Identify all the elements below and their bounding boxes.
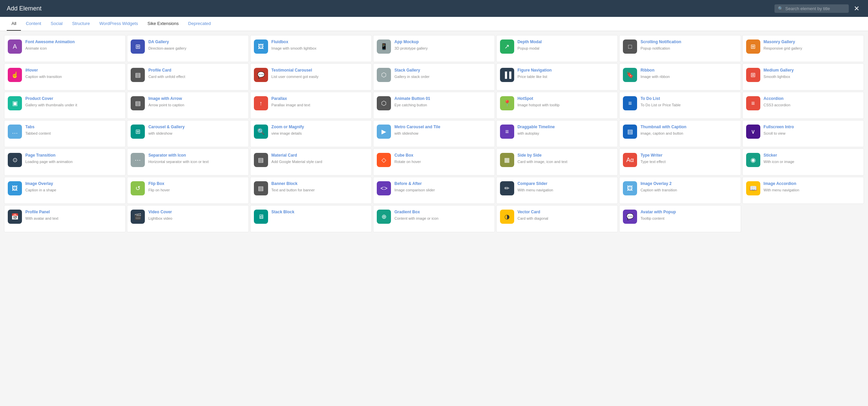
element-name: Image with Arrow xyxy=(148,96,245,102)
element-card[interactable]: 💬Avatar with PopupTooltip content xyxy=(619,205,741,232)
element-info: Scrolling NotificationPopup notification xyxy=(640,39,737,51)
element-card[interactable]: ↗Depth ModalPopup modal xyxy=(496,35,618,62)
element-card[interactable]: ⊙Page TransitionLoading page with animat… xyxy=(4,148,126,175)
element-info: Depth ModalPopup modal xyxy=(518,39,614,51)
element-card[interactable]: ▤Banner BlockText and button for banner xyxy=(250,177,372,204)
element-card[interactable]: ⊞DA GalleryDirection-aware gallery xyxy=(127,35,248,62)
element-name: Metro Carousel and Tile xyxy=(394,125,491,130)
element-desc: Tabbed content xyxy=(25,131,122,136)
tab-deprecated[interactable]: Deprecated xyxy=(183,17,215,31)
element-card[interactable]: ∨Fullscreen IntroScroll to view xyxy=(742,120,864,147)
element-card[interactable]: ⬡Animate Button 01Eye catching button xyxy=(373,92,495,119)
element-card[interactable]: ≡AccordionCSS3 accordion xyxy=(742,92,864,119)
element-desc: Type text effect xyxy=(640,159,737,164)
element-card[interactable]: ⊞Masonry GalleryResponsive grid gallery xyxy=(742,35,864,62)
element-card[interactable]: ☝iHoverCaption with transition xyxy=(4,63,126,90)
element-card[interactable]: 🔖RibbonImage with ribbon xyxy=(619,63,741,90)
element-card[interactable]: 📅Profile PanelWith avatar and text xyxy=(4,205,126,232)
close-button[interactable]: ✕ xyxy=(852,4,861,12)
tab-structure[interactable]: Structure xyxy=(67,17,95,31)
element-card[interactable]: ↺Flip BoxFlip on hover xyxy=(127,177,248,204)
element-card[interactable]: 📱App Mockup3D prototype gallery xyxy=(373,35,495,62)
element-desc: Gallery with thumbnails under it xyxy=(25,103,122,107)
element-name: Medium Gallery xyxy=(764,68,860,73)
element-card[interactable]: 📖Image AccordionWith menu navigation xyxy=(742,177,864,204)
element-name: Avatar with Popup xyxy=(640,210,737,215)
element-card[interactable]: ↑ParallaxParallax image and text xyxy=(250,92,372,119)
search-input[interactable] xyxy=(785,6,845,11)
element-card[interactable]: …TabsTabbed content xyxy=(4,120,126,147)
element-card[interactable]: ▤Profile CardCard with unfold effect xyxy=(127,63,248,90)
element-card[interactable]: ⬡Stack GalleryGallery in stack order xyxy=(373,63,495,90)
element-card[interactable]: ▤Material CardAdd Google Material style … xyxy=(250,148,372,175)
element-icon: ▶ xyxy=(377,125,391,139)
tab-content[interactable]: Content xyxy=(21,17,46,31)
element-info: Banner BlockText and button for banner xyxy=(271,181,368,192)
element-card[interactable]: ◇Cube BoxRotate on hover xyxy=(373,148,495,175)
element-card[interactable]: ◑Vector CardCard with diagonal xyxy=(496,205,618,232)
element-info: Fullscreen IntroScroll to view xyxy=(764,125,860,136)
element-name: Animate Button 01 xyxy=(394,96,491,102)
element-name: Profile Panel xyxy=(25,210,122,215)
element-card[interactable]: ▐▐Figure NavigationPrice table like list xyxy=(496,63,618,90)
element-name: Masonry Gallery xyxy=(764,39,860,45)
element-card[interactable]: 🔍Zoom or Magnifyview image details xyxy=(250,120,372,147)
modal-title: Add Element xyxy=(7,5,42,12)
element-icon: ▤ xyxy=(131,96,145,110)
element-card[interactable]: ⋯Separator with IconHorizontal separator… xyxy=(127,148,248,175)
element-card[interactable]: AαType WriterType text effect xyxy=(619,148,741,175)
element-card[interactable]: ▤Image with ArrowArrow point to caption xyxy=(127,92,248,119)
element-info: ParallaxParallax image and text xyxy=(271,96,368,107)
element-icon: ◇ xyxy=(377,153,391,167)
search-box[interactable]: 🔍 xyxy=(774,4,849,13)
element-card[interactable]: ≡Draggable Timelinewith autoplay xyxy=(496,120,618,147)
element-info: RibbonImage with ribbon xyxy=(640,68,737,79)
element-card[interactable]: 💬Testimonial CarouselList user comment g… xyxy=(250,63,372,90)
element-icon: ⊞ xyxy=(131,125,145,139)
element-icon: ⊞ xyxy=(746,39,760,54)
element-name: Zoom or Magnify xyxy=(271,125,368,130)
element-desc: Eye catching button xyxy=(394,103,491,107)
element-card[interactable]: 🖼FluidboxImage with smooth lightbox xyxy=(250,35,372,62)
element-desc: Image with smooth lightbox xyxy=(271,46,368,51)
element-name: Cube Box xyxy=(394,153,491,158)
element-card[interactable]: 📍HotSpotImage hotspot with tooltip xyxy=(496,92,618,119)
element-name: Page Transition xyxy=(25,153,122,158)
element-info: Font Awesome AnimationAnimate icon xyxy=(25,39,122,51)
tab-sike[interactable]: Sike Extensions xyxy=(143,17,184,31)
element-desc: Caption in a shape xyxy=(25,188,122,192)
element-card[interactable]: ⊞Carousel & Gallerywith slideshow xyxy=(127,120,248,147)
element-icon: 📖 xyxy=(746,181,760,195)
element-info: Profile PanelWith avatar and text xyxy=(25,210,122,221)
element-card[interactable]: 🖥Stack Block xyxy=(250,205,372,232)
tab-all[interactable]: All xyxy=(7,17,21,31)
element-card[interactable]: □Scrolling NotificationPopup notificatio… xyxy=(619,35,741,62)
element-desc: Direction-aware gallery xyxy=(148,46,245,51)
element-card[interactable]: ✏Compare SliderWith menu navigation xyxy=(496,177,618,204)
element-desc: Gallery in stack order xyxy=(394,74,491,79)
element-name: Flip Box xyxy=(148,181,245,187)
element-card[interactable]: ⊕Gradient BoxContent with image or icon xyxy=(373,205,495,232)
element-card[interactable]: ≡To Do ListTo Do List or Price Table xyxy=(619,92,741,119)
element-icon: ◉ xyxy=(746,153,760,167)
element-card[interactable]: <>Before & AfterImage comparison slider xyxy=(373,177,495,204)
element-info: AccordionCSS3 accordion xyxy=(764,96,860,107)
tab-social[interactable]: Social xyxy=(46,17,67,31)
element-card[interactable]: ▣Product CoverGallery with thumbnails un… xyxy=(4,92,126,119)
element-card[interactable]: 🖼Image Overlay 2Caption with transition xyxy=(619,177,741,204)
element-icon: ⊞ xyxy=(746,68,760,82)
element-card[interactable]: ◉StickerWith icon or image xyxy=(742,148,864,175)
element-card[interactable]: 🎬Video CoverLightbox video xyxy=(127,205,248,232)
element-card[interactable]: AFont Awesome AnimationAnimate icon xyxy=(4,35,126,62)
element-icon: 📱 xyxy=(377,39,391,54)
element-card[interactable]: 🖼Image OverlayCaption in a shape xyxy=(4,177,126,204)
element-name: Parallax xyxy=(271,96,368,102)
element-card[interactable]: ▤Thumbnail with Captionimage, caption an… xyxy=(619,120,741,147)
element-card[interactable]: ⊞Medium GallerySmooth lightbox xyxy=(742,63,864,90)
element-desc: Price table like list xyxy=(518,74,614,79)
element-name: DA Gallery xyxy=(148,39,245,45)
element-name: Font Awesome Animation xyxy=(25,39,122,45)
element-card[interactable]: ▶Metro Carousel and Tilewith slideshow xyxy=(373,120,495,147)
tab-wordpress[interactable]: WordPress Widgets xyxy=(95,17,143,31)
element-card[interactable]: ▦Side by SideCard with image, icon and t… xyxy=(496,148,618,175)
